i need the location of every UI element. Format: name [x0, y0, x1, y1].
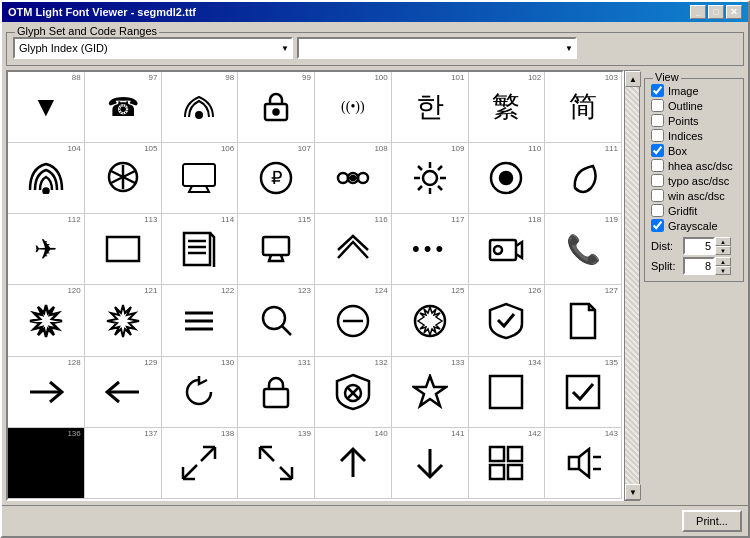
checkbox-win-asc/dsc[interactable] — [651, 189, 664, 202]
glyph-cell-114[interactable]: 114 — [162, 214, 239, 285]
glyph-cell-118[interactable]: 118 — [469, 214, 546, 285]
svg-point-13 — [351, 176, 355, 180]
checkbox-row-grayscale: Grayscale — [651, 218, 737, 233]
glyph-cell-132[interactable]: 132 — [315, 357, 392, 428]
glyph-cell-126[interactable]: 126 — [469, 285, 546, 356]
cell-number-121: 121 — [144, 287, 157, 295]
glyph-cell-123[interactable]: 123 — [238, 285, 315, 356]
checkbox-points[interactable] — [651, 114, 664, 127]
glyph-cell-98[interactable]: 98 — [162, 72, 239, 143]
glyph-cell-121[interactable]: 121 — [85, 285, 162, 356]
glyph-cell-106[interactable]: 106 — [162, 143, 239, 214]
cell-number-108: 108 — [374, 145, 387, 153]
cell-number-126: 126 — [528, 287, 541, 295]
cell-number-131: 131 — [298, 359, 311, 367]
glyph-cell-105[interactable]: 105 — [85, 143, 162, 214]
glyph-cell-97[interactable]: 97☎ — [85, 72, 162, 143]
glyph-cell-108[interactable]: 108 — [315, 143, 392, 214]
glyph-cell-130[interactable]: 130 — [162, 357, 239, 428]
checkbox-typo-asc/dsc[interactable] — [651, 174, 664, 187]
glyph-cell-129[interactable]: 129 — [85, 357, 162, 428]
split-down-button[interactable]: ▼ — [715, 266, 731, 275]
glyph-cell-120[interactable]: 120 — [8, 285, 85, 356]
checkbox-grayscale[interactable] — [651, 219, 664, 232]
glyph-cell-122[interactable]: 122 — [162, 285, 239, 356]
svg-line-22 — [418, 186, 422, 190]
glyph-cell-131[interactable]: 131 — [238, 357, 315, 428]
right-panel: View ImageOutlinePointsIndicesBoxhhea as… — [644, 70, 744, 501]
dist-spinbox-wrapper: ▲ ▼ — [683, 237, 731, 255]
glyph-cell-117[interactable]: 117••• — [392, 214, 469, 285]
glyph-cell-110[interactable]: 110 — [469, 143, 546, 214]
glyph-cell-135[interactable]: 135 — [545, 357, 622, 428]
glyph-cell-88[interactable]: 88▼ — [8, 72, 85, 143]
glyph-cell-103[interactable]: 103简 — [545, 72, 622, 143]
spinbox-group: Dist: ▲ ▼ Split: — [651, 237, 737, 275]
glyph-cell-124[interactable]: 124 — [315, 285, 392, 356]
glyph-cell-115[interactable]: 115 — [238, 214, 315, 285]
glyph-cell-143[interactable]: 143 — [545, 428, 622, 499]
dist-input[interactable] — [683, 237, 715, 255]
glyph-cell-107[interactable]: 107 ₽ — [238, 143, 315, 214]
cell-number-100: 100 — [374, 74, 387, 82]
glyph-cell-113[interactable]: 113 — [85, 214, 162, 285]
scroll-down-button[interactable]: ▼ — [625, 484, 641, 500]
glyph-cell-104[interactable]: 104 — [8, 143, 85, 214]
svg-point-36 — [263, 307, 285, 329]
svg-line-59 — [260, 447, 274, 461]
glyph-cell-139[interactable]: 139 — [238, 428, 315, 499]
dist-up-button[interactable]: ▲ — [715, 237, 731, 246]
glyph-cell-112[interactable]: 112✈ — [8, 214, 85, 285]
checkbox-label-grayscale: Grayscale — [668, 220, 718, 232]
print-button[interactable]: Print... — [682, 510, 742, 532]
glyph-cell-101[interactable]: 101한 — [392, 72, 469, 143]
checkbox-hhea-asc/dsc[interactable] — [651, 159, 664, 172]
glyph-cell-111[interactable]: 111 — [545, 143, 622, 214]
scroll-track[interactable] — [625, 87, 639, 484]
split-up-button[interactable]: ▲ — [715, 257, 731, 266]
glyph-cell-116[interactable]: 116 — [315, 214, 392, 285]
glyph-cell-119[interactable]: 119📞 — [545, 214, 622, 285]
svg-line-53 — [201, 447, 215, 461]
cell-number-130: 130 — [221, 359, 234, 367]
glyph-cell-127[interactable]: 127 — [545, 285, 622, 356]
glyph-cell-140[interactable]: 140 — [315, 428, 392, 499]
glyph-cell-142[interactable]: 142 — [469, 428, 546, 499]
glyph-cell-102[interactable]: 102繁 — [469, 72, 546, 143]
glyph-index-dropdown[interactable]: Glyph Index (GID) — [13, 37, 293, 59]
maximize-button[interactable]: □ — [708, 5, 724, 19]
cell-number-107: 107 — [298, 145, 311, 153]
vertical-scrollbar[interactable]: ▲ ▼ — [624, 70, 640, 501]
cell-number-111: 111 — [605, 145, 618, 153]
checkbox-indices[interactable] — [651, 129, 664, 142]
glyph-cell-141[interactable]: 141 — [392, 428, 469, 499]
glyph-cell-125[interactable]: 125 — [392, 285, 469, 356]
split-spin-buttons: ▲ ▼ — [715, 257, 731, 275]
minimize-button[interactable]: _ — [690, 5, 706, 19]
glyph-cell-109[interactable]: 109 — [392, 143, 469, 214]
checkbox-box[interactable] — [651, 144, 664, 157]
checkbox-row-points: Points — [651, 113, 737, 128]
glyph-cell-137[interactable]: 137 — [85, 428, 162, 499]
split-input[interactable] — [683, 257, 715, 275]
glyph-cell-99[interactable]: 99 — [238, 72, 315, 143]
glyph-cell-100[interactable]: 100((•)) — [315, 72, 392, 143]
glyph-cell-128[interactable]: 128 — [8, 357, 85, 428]
code-range-dropdown[interactable] — [297, 37, 577, 59]
checkbox-outline[interactable] — [651, 99, 664, 112]
dist-down-button[interactable]: ▼ — [715, 246, 731, 255]
svg-point-3 — [43, 189, 48, 194]
svg-rect-49 — [567, 376, 599, 408]
checkbox-gridfit[interactable] — [651, 204, 664, 217]
scroll-up-button[interactable]: ▲ — [625, 71, 641, 87]
svg-point-24 — [500, 172, 512, 184]
main-row: 88▼97☎98 99 100((•))101한102繁103简104 105 … — [6, 70, 744, 501]
close-button[interactable]: ✕ — [726, 5, 742, 19]
checkbox-image[interactable] — [651, 84, 664, 97]
glyph-cell-136[interactable]: 136 — [8, 428, 85, 499]
glyph-set-group: Glyph Set and Code Ranges Glyph Index (G… — [6, 32, 744, 66]
glyph-cell-138[interactable]: 138 — [162, 428, 239, 499]
glyph-cell-134[interactable]: 134 — [469, 357, 546, 428]
glyph-cell-133[interactable]: 133 — [392, 357, 469, 428]
checkbox-row-typo-asc/dsc: typo asc/dsc — [651, 173, 737, 188]
